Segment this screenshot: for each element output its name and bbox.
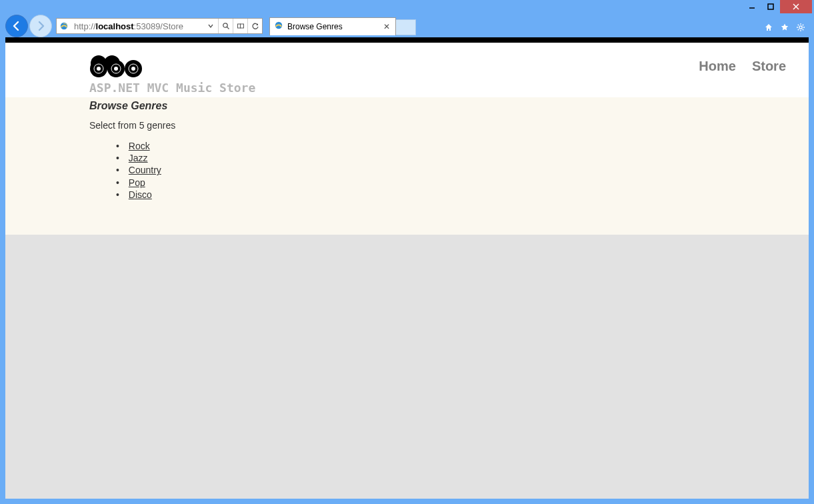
forward-button[interactable] [29, 15, 52, 37]
new-tab-button[interactable] [396, 19, 416, 35]
tab-close-button[interactable]: ✕ [382, 22, 391, 31]
list-item: Jazz [116, 152, 809, 164]
list-item: Disco [116, 189, 809, 201]
site-header: ASP.NET MVC Music Store Home Store [5, 43, 809, 97]
address-dropdown-button[interactable] [203, 19, 218, 33]
svg-point-25 [114, 67, 118, 71]
svg-rect-16 [237, 24, 240, 28]
browser-toolbar: http://localhost:53089/Store [5, 15, 809, 37]
page-content: Browse Genres Select from 5 genres Rock … [5, 97, 809, 235]
svg-rect-17 [240, 24, 243, 28]
url-protocol: http:// [74, 21, 96, 31]
list-item: Pop [116, 177, 809, 189]
page-heading: Browse Genres [89, 100, 809, 112]
ie-favicon-icon [274, 21, 283, 32]
minimize-button[interactable] [743, 0, 761, 13]
genre-list: Rock Jazz Country Pop Disco [89, 140, 809, 201]
search-button[interactable] [218, 19, 233, 33]
url-rest: :53089/Store [134, 21, 183, 31]
site-title: ASP.NET MVC Music Store [89, 81, 255, 95]
compat-view-button[interactable] [233, 19, 247, 33]
browser-window: http://localhost:53089/Store [0, 0, 814, 504]
back-button[interactable] [5, 15, 28, 37]
page-top-bar [5, 37, 809, 43]
genre-link-rock[interactable]: Rock [129, 141, 150, 151]
refresh-button[interactable] [247, 19, 262, 33]
svg-point-26 [131, 67, 135, 71]
genre-link-disco[interactable]: Disco [129, 189, 152, 200]
tab-strip: Browse Genres ✕ [269, 17, 416, 35]
site-nav: Home Store [699, 55, 786, 74]
address-bar[interactable]: http://localhost:53089/Store [56, 18, 263, 34]
maximize-button[interactable] [761, 0, 780, 13]
ie-favicon-icon [57, 21, 71, 31]
tab-label: Browse Genres [287, 22, 378, 31]
vinyl-records-logo-icon [89, 55, 255, 79]
tab-browse-genres[interactable]: Browse Genres ✕ [269, 17, 396, 35]
svg-rect-1 [768, 4, 773, 9]
svg-line-15 [227, 27, 229, 29]
svg-point-24 [97, 67, 101, 71]
close-button[interactable] [780, 0, 812, 13]
window-controls [743, 0, 812, 13]
list-item: Rock [116, 140, 809, 152]
genre-link-jazz[interactable]: Jazz [129, 153, 148, 163]
genre-link-pop[interactable]: Pop [129, 177, 145, 188]
svg-point-14 [223, 23, 227, 27]
list-item: Country [116, 164, 809, 176]
genre-link-country[interactable]: Country [129, 165, 161, 175]
url-input[interactable]: http://localhost:53089/Store [71, 20, 203, 33]
nav-link-home[interactable]: Home [699, 59, 736, 74]
site-logo-area: ASP.NET MVC Music Store [89, 55, 255, 95]
page-viewport: ASP.NET MVC Music Store Home Store Brows… [5, 37, 809, 499]
url-host: localhost [96, 21, 134, 31]
nav-link-store[interactable]: Store [752, 59, 786, 74]
page-subtext: Select from 5 genres [89, 120, 809, 131]
